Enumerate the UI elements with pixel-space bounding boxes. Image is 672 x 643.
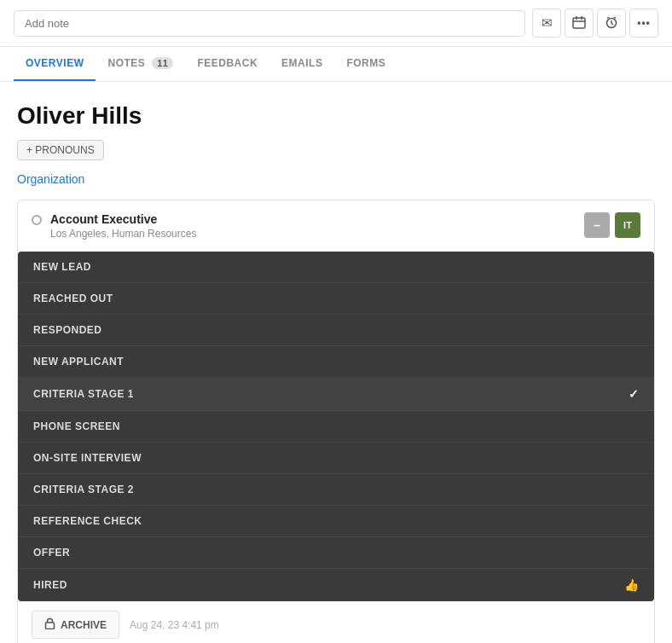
svg-line-6 xyxy=(611,23,613,25)
dropdown-item-criteria-stage-2[interactable]: CRITERIA STAGE 2 xyxy=(18,474,654,506)
dropdown-item-offer[interactable]: OFFER xyxy=(18,537,654,569)
top-bar-actions: ✉ xyxy=(532,9,658,38)
dropdown-item-reference-check[interactable]: REFERENCE CHECK xyxy=(18,506,654,537)
tab-forms[interactable]: FORMS xyxy=(334,47,397,81)
email-icon: ✉ xyxy=(542,15,553,31)
archive-row: ARCHIVE Aug 24, 23 4:41 pm xyxy=(18,601,654,643)
dropdown-item-responded[interactable]: RESPONDED xyxy=(18,315,654,346)
job-card-actions: – IT xyxy=(584,212,640,238)
archive-timestamp: Aug 24, 23 4:41 pm xyxy=(130,619,219,631)
email-button[interactable]: ✉ xyxy=(532,9,561,38)
svg-rect-0 xyxy=(573,18,585,28)
candidate-name: Oliver Hills xyxy=(17,102,655,130)
main-content: Oliver Hills + PRONOUNS Organization Acc… xyxy=(0,82,672,643)
more-icon: ••• xyxy=(637,17,651,29)
dropdown-item-criteria-stage-1[interactable]: CRITERIA STAGE 1 ✓ xyxy=(18,378,654,411)
svg-line-7 xyxy=(607,17,609,19)
remove-button[interactable]: – xyxy=(584,212,610,238)
top-bar: ✉ xyxy=(0,0,672,47)
checkmark-icon: ✓ xyxy=(629,387,640,401)
archive-lock-icon xyxy=(44,617,55,632)
dropdown-item-hired[interactable]: HIRED 👍 xyxy=(18,569,654,601)
alarm-icon xyxy=(605,15,618,32)
job-card-header: Account Executive Los Angeles, Human Res… xyxy=(18,200,654,252)
tab-overview[interactable]: OVERVIEW xyxy=(14,47,96,81)
add-note-input[interactable] xyxy=(14,10,525,37)
job-subtitle: Los Angeles, Human Resources xyxy=(50,228,196,240)
job-title: Account Executive xyxy=(50,212,196,226)
job-title-area: Account Executive Los Angeles, Human Res… xyxy=(32,212,196,240)
it-badge-button[interactable]: IT xyxy=(615,212,640,238)
more-button[interactable]: ••• xyxy=(629,9,658,38)
tab-notes[interactable]: NOTES 11 xyxy=(96,47,185,81)
tab-feedback[interactable]: FEEDBACK xyxy=(185,47,269,81)
dropdown-item-new-applicant[interactable]: NEW APPLICANT xyxy=(18,346,654,378)
pronouns-button[interactable]: + PRONOUNS xyxy=(17,140,104,160)
tab-emails[interactable]: EMAILS xyxy=(269,47,334,81)
notes-badge: 11 xyxy=(152,57,173,69)
stage-dropdown: NEW LEAD REACHED OUT RESPONDED NEW APPLI… xyxy=(18,252,654,601)
svg-rect-9 xyxy=(46,623,55,629)
calendar-button[interactable] xyxy=(565,9,594,38)
nav-tabs: OVERVIEW NOTES 11 FEEDBACK EMAILS FORMS xyxy=(0,47,672,82)
dropdown-item-on-site-interview[interactable]: ON-SITE INTERVIEW xyxy=(18,443,654,474)
dropdown-item-phone-screen[interactable]: PHONE SCREEN xyxy=(18,411,654,443)
dropdown-item-new-lead[interactable]: NEW LEAD xyxy=(18,252,654,283)
thumbsup-icon: 👍 xyxy=(624,578,640,592)
organization-label: Organization xyxy=(17,172,655,186)
archive-button[interactable]: ARCHIVE xyxy=(32,611,119,639)
job-status-circle xyxy=(32,215,42,225)
svg-line-8 xyxy=(614,17,616,19)
job-card: Account Executive Los Angeles, Human Res… xyxy=(17,200,655,643)
calendar-icon xyxy=(572,15,586,32)
dropdown-item-reached-out[interactable]: REACHED OUT xyxy=(18,283,654,315)
alarm-button[interactable] xyxy=(597,9,626,38)
